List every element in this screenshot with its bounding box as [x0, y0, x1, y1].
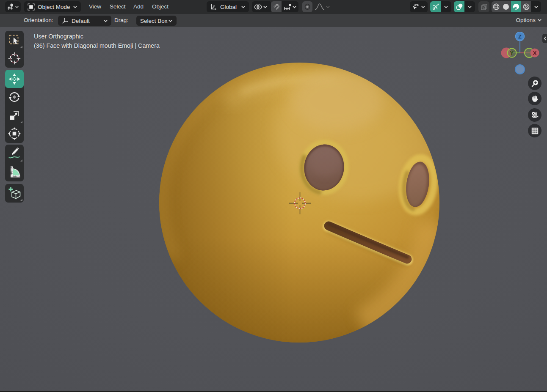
svg-text:X: X [533, 50, 537, 56]
svg-text:Z: Z [518, 33, 522, 40]
svg-text:Y: Y [510, 50, 514, 56]
